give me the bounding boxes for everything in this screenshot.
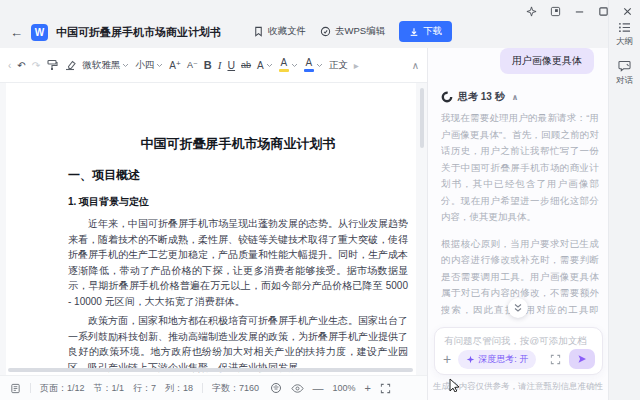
fullscreen-icon[interactable] xyxy=(380,383,391,394)
send-arrow-icon xyxy=(577,354,587,364)
highlight-color-button[interactable]: A xyxy=(279,58,298,72)
popout-icon[interactable] xyxy=(548,4,562,18)
thinking-content: 我现在需要处理用户的最新请求：“用户画像更具体”。首先，回顾之前的对话历史，用户… xyxy=(441,110,599,320)
minimize-button[interactable] xyxy=(572,4,586,18)
scroll-to-bottom-button[interactable] xyxy=(508,298,528,318)
deep-think-icon xyxy=(466,355,475,364)
strikethrough-button[interactable]: ab xyxy=(241,60,251,70)
chevron-down-icon xyxy=(291,63,298,68)
font-color-bar xyxy=(304,69,314,72)
zoom-in-button[interactable]: + xyxy=(365,382,371,394)
document-area: 中国可折叠屏手机市场商业计划书 一、项目概述 1. 项目背景与定位 近年来，中国… xyxy=(0,83,427,375)
rail-item-chat[interactable]: 对话 xyxy=(609,60,640,87)
favorite-button[interactable]: 收藏文件 xyxy=(253,25,306,38)
underline-button[interactable]: U xyxy=(227,59,235,71)
statusbar-divider xyxy=(202,383,203,393)
doc-page-title: 中国可折叠屏手机市场商业计划书 xyxy=(68,135,408,153)
highlight-color-bar xyxy=(279,69,289,72)
chevron-up-icon: ∧ xyxy=(512,93,519,102)
format-painter-icon[interactable] xyxy=(46,59,58,71)
outline-list-icon xyxy=(618,22,631,33)
thinking-header[interactable]: 思考 13 秒 ∧ xyxy=(441,90,518,104)
rail-outline-label: 大纲 xyxy=(616,36,633,48)
chevron-down-icon xyxy=(266,63,273,68)
font-family-value: 微软雅黑 xyxy=(82,59,120,72)
thinking-spinner-icon xyxy=(441,91,453,103)
sparkle-icon[interactable] xyxy=(524,4,538,18)
highlight-label: A xyxy=(280,58,287,68)
add-attachment-button[interactable]: + xyxy=(443,352,451,366)
font-color-button[interactable]: A xyxy=(304,58,323,72)
undo-button[interactable]: ↶ xyxy=(17,60,25,71)
download-label: 下载 xyxy=(423,25,442,38)
increase-font-button[interactable]: A⁺ xyxy=(169,60,181,71)
doc-paragraph: 政策方面，国家和地方都在积极培育可折叠屏手机产业生态。国家出台了一系列鼓励科技创… xyxy=(68,313,408,375)
ai-assistant-panel: 用户画像更具体 思考 13 秒 ∧ 我现在需要处理用户的最新请求：“用户画像更具… xyxy=(427,48,608,400)
doc-heading-1: 一、项目概述 xyxy=(68,167,408,184)
send-button[interactable] xyxy=(569,349,595,369)
horizontal-scrollbar[interactable] xyxy=(8,368,413,372)
titlebar: ← W 中国可折叠屏手机市场商业计划书 收藏文件 去WPS编辑 下载 xyxy=(0,0,608,48)
zoom-level[interactable]: 100% xyxy=(333,383,356,393)
word-doc-icon: W xyxy=(31,24,48,41)
toolbar-collapse-left-icon[interactable]: ‹ xyxy=(8,60,11,71)
page-layout-icon[interactable] xyxy=(10,383,21,394)
document-title: 中国可折叠屏手机市场商业计划书 xyxy=(56,25,221,40)
wps-window: ← W 中国可折叠屏手机市场商业计划书 收藏文件 去WPS编辑 下载 ‹ ↶ ↷ xyxy=(0,0,640,400)
doc-paragraph: 近年来，中国可折叠屏手机市场呈现出蓬勃发展的态势。从行业发展趋势来看，随着技术的… xyxy=(68,216,408,309)
wps-edit-label: 去WPS编辑 xyxy=(335,25,385,38)
chat-input-box[interactable]: 有问题尽管问我，按@可添加文档 + 深度思考: 开 xyxy=(434,327,603,375)
thinking-paragraph: 我现在需要处理用户的最新请求：“用户画像更具体”。首先，回顾之前的对话历史，用户… xyxy=(441,110,599,226)
font-color-label: A xyxy=(305,58,312,68)
vertical-scrollbar[interactable] xyxy=(420,88,424,148)
font-size-select[interactable]: 小四 xyxy=(135,59,163,72)
zoom-out-button[interactable]: — xyxy=(313,382,324,394)
chevron-down-icon xyxy=(122,63,129,68)
chat-bubble-icon xyxy=(618,60,631,72)
column-indicator: 列：18 xyxy=(165,382,193,395)
italic-button[interactable]: I xyxy=(218,59,222,71)
document-column: ‹ ↶ ↷ 微软雅黑 小四 A⁺ A⁻ B I U ab xyxy=(0,48,427,400)
right-rail: 大纲 对话 xyxy=(608,0,640,400)
thinking-label: 思考 13 秒 xyxy=(458,90,505,104)
redo-button[interactable]: ↷ xyxy=(32,60,40,71)
line-indicator: 行：7 xyxy=(133,382,156,395)
bookmark-icon xyxy=(253,26,264,37)
user-message-bubble: 用户画像更具体 xyxy=(500,48,594,74)
rail-item-outline[interactable]: 大纲 xyxy=(609,22,640,48)
doc-body: 近年来，中国可折叠屏手机市场呈现出蓬勃发展的态势。从行业发展趋势来看，随着技术的… xyxy=(68,216,408,375)
mouse-cursor xyxy=(449,378,461,396)
rail-chat-label: 对话 xyxy=(616,75,633,87)
font-size-value: 小四 xyxy=(135,59,154,72)
eye-icon[interactable] xyxy=(291,383,304,394)
chevron-down-icon xyxy=(316,63,323,68)
chevron-down-icon xyxy=(156,63,163,68)
font-family-select[interactable]: 微软雅黑 xyxy=(82,59,129,72)
wps-edit-button[interactable]: 去WPS编辑 xyxy=(320,25,385,38)
deep-think-label: 深度思考: 开 xyxy=(478,353,528,366)
doc-heading-2: 1. 项目背景与定位 xyxy=(68,195,408,209)
favorite-label: 收藏文件 xyxy=(268,25,306,38)
text-effects-button[interactable]: A xyxy=(257,60,273,71)
more-styles-icon[interactable]: ▸ xyxy=(354,60,359,71)
wps-edit-icon xyxy=(320,26,331,37)
paragraph-style-select[interactable]: 正文 xyxy=(329,59,348,72)
translate-icon[interactable] xyxy=(270,382,282,394)
window-controls xyxy=(524,4,634,18)
page-indicator: 页面：1/12 xyxy=(40,382,85,395)
bold-button[interactable]: B xyxy=(204,59,212,71)
expand-input-icon[interactable] xyxy=(550,354,561,365)
download-button[interactable]: 下载 xyxy=(399,21,452,42)
status-bar: 页面：1/12 节：1/1 行：7 列：18 字数：7160 — 100% + xyxy=(0,375,427,400)
text-effects-label: A xyxy=(257,60,264,71)
chat-input-placeholder: 有问题尽管问我，按@可添加文档 xyxy=(444,335,587,348)
clear-format-icon[interactable] xyxy=(64,59,76,71)
document-page[interactable]: 中国可折叠屏手机市场商业计划书 一、项目概述 1. 项目背景与定位 近年来，中国… xyxy=(6,83,416,375)
maximize-button[interactable] xyxy=(596,4,610,18)
close-button[interactable] xyxy=(620,4,634,18)
download-icon xyxy=(409,27,419,37)
back-arrow-icon[interactable]: ← xyxy=(10,25,23,40)
deep-think-toggle[interactable]: 深度思考: 开 xyxy=(458,350,536,369)
collapse-toolbar-icon[interactable]: ∧ xyxy=(412,60,419,71)
decrease-font-button[interactable]: A⁻ xyxy=(187,60,198,70)
